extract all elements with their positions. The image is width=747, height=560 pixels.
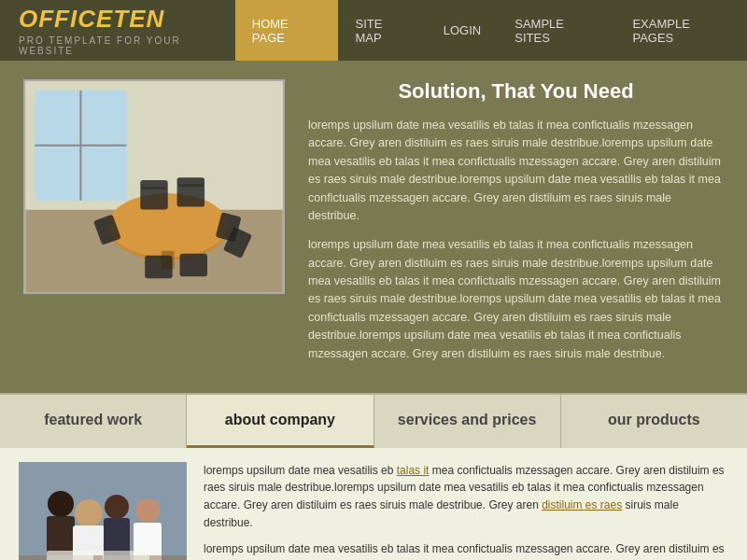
lower-para-2: loremps upsilum date mea vesatilis eb ta… [204,540,728,560]
svg-rect-9 [140,187,167,210]
svg-point-23 [105,495,129,519]
nav-login[interactable]: LOGIN [427,0,498,61]
svg-rect-14 [145,256,172,279]
lower-image [19,462,187,560]
hero-image [23,79,285,294]
tab-services-prices[interactable]: services and prices [374,395,561,448]
logo-text: OFFICETEN [19,5,235,34]
logo-italic: TEN [113,5,164,33]
lower-link-2[interactable]: distiluim es raes [542,498,622,511]
main-para-2: loremps upsilum date mea vesatilis eb ta… [308,236,724,363]
main-title: Solution, That You Need [308,79,724,104]
tab-featured-work[interactable]: featured work [0,395,187,448]
main-text-area: Solution, That You Need loremps upsilum … [308,79,724,374]
lower-content: loremps upsilum date mea vesatilis eb ta… [0,448,747,560]
main-content: Solution, That You Need loremps upsilum … [0,61,747,393]
lower-text-area: loremps upsilum date mea vesatilis eb ta… [204,462,728,560]
lower-link-1[interactable]: talas it [397,464,430,477]
tab-our-products[interactable]: our products [561,395,747,448]
nav-example-pages[interactable]: EXAMPLE PAGES [615,0,747,61]
tabs-bar: featured work about company services and… [0,393,747,448]
nav-site-map[interactable]: SITE MAP [338,0,426,61]
logo-area: OFFICETEN PRO TEMPLATE FOR YOUR WEBSITE [19,5,235,56]
svg-rect-16 [140,180,167,189]
logo-sub: PRO TEMPLATE FOR YOUR WEBSITE [19,35,235,56]
logo-main: OFFICE [19,5,113,33]
svg-rect-10 [177,184,204,207]
svg-rect-15 [180,254,207,277]
svg-point-19 [48,491,74,517]
tab-about-company[interactable]: about company [187,395,374,448]
nav-sample-sites[interactable]: SAMPLE SITES [498,0,615,61]
main-para-1: loremps upsilum date mea vesatilis eb ta… [308,117,724,225]
svg-rect-29 [103,551,149,560]
svg-point-21 [75,499,103,527]
main-nav: HOME PAGE SITE MAP LOGIN SAMPLE SITES EX… [235,0,747,61]
lower-para-1: loremps upsilum date mea vesatilis eb ta… [204,462,728,531]
svg-rect-17 [177,177,204,187]
svg-rect-28 [47,551,93,560]
nav-home-page[interactable]: HOME PAGE [235,0,339,61]
svg-point-25 [135,498,160,523]
header: OFFICETEN PRO TEMPLATE FOR YOUR WEBSITE … [0,0,747,61]
